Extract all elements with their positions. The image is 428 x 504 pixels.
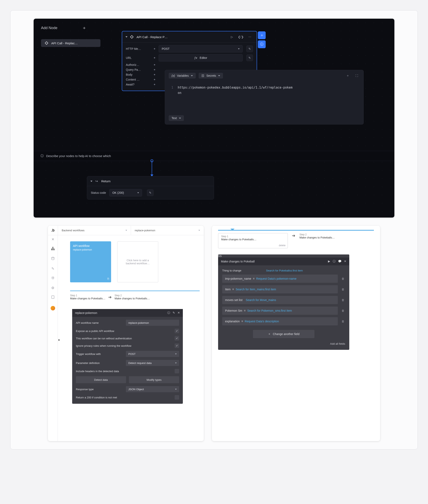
field-value[interactable]: Search for Move_mains [246,298,276,302]
comment-icon[interactable]: ✎ [173,311,175,315]
sidebar-workflow-icon[interactable] [51,247,55,252]
workflow-name-input[interactable]: replace-pokemon [126,320,179,326]
wized-editor-card: Add Node ＋ API Call - Replac… API Call -… [34,19,394,218]
edit-icon[interactable]: ✎ [246,55,253,61]
step-title: Make changes to Pokeballs… [221,238,285,241]
wized-canvas[interactable]: Add Node ＋ API Call - Replac… API Call -… [34,19,394,218]
return200-checkbox[interactable] [175,395,179,400]
sidebar-data-icon[interactable] [51,257,55,261]
trash-icon[interactable]: 🗑 [341,298,344,302]
field-name: Item [225,288,230,291]
mode-select[interactable]: Text [169,115,184,121]
magic-wand-icon[interactable]: ✧ [345,73,351,79]
ai-sparkle-icon[interactable]: ✦ [153,63,156,66]
play-icon[interactable]: ▶ [328,260,330,263]
field-op: = [232,288,234,291]
field-row[interactable]: moves set list Search for Move_mains [222,296,338,304]
bubble-canvas[interactable]: API workflow replace-pokemon ⎘ Click her… [58,235,204,441]
field-row[interactable]: explanation = Request Data's description [222,317,338,325]
trigger-select[interactable]: POST [126,351,179,357]
ai-sparkle-icon[interactable]: ✦ [153,68,156,71]
step-card[interactable]: Step 2 Make changes to Pokeballs… [115,294,150,300]
trash-icon[interactable]: 🗑 [341,309,344,312]
delete-link[interactable]: delete [279,244,286,247]
node-editor-header: API Call - Replace P… ▷ ❮/❯ ⋯ [122,31,257,43]
magic-wand-icon[interactable]: ✧ [258,31,266,39]
step-card[interactable]: Step 2 Make changes to Pokeballs… [299,233,335,239]
field-url: URL ✦ ƒx Editor ✎ [122,53,257,62]
comment-icon[interactable]: 💬 [338,260,341,263]
info-icon[interactable]: ⓘ [167,311,170,315]
fullscreen-icon[interactable]: ⛶ [354,73,360,79]
field-value[interactable]: Search for Pokemon_sms:first item [247,309,292,312]
add-workflow-tile[interactable]: Click here to add a backend workflow… [117,241,158,282]
action-properties-panel: SS Make changes to Pokeball ▶ ⓘ 💬 ✕ Thin… [218,255,349,350]
variables-chip[interactable]: (x) Variables [169,73,196,79]
step-card-selected[interactable]: Step 1 Make changes to Pokeballs… delete [218,233,288,248]
field-row[interactable]: Pokemon Sm = Search for Pokemon_sms:firs… [222,306,338,315]
noauth-checkbox[interactable]: ✓ [175,336,179,341]
field-row[interactable]: Item = Search for Item_mains:first item [222,285,338,293]
field-value[interactable]: Search for Item_mains:first item [236,288,276,291]
collapse-icon[interactable] [91,181,92,182]
ignore-checkbox[interactable]: ✓ [175,343,179,348]
step-card[interactable]: Step 1 Make changes to Pokeballs… [70,294,105,300]
close-icon[interactable]: ✕ [178,311,180,315]
close-icon[interactable]: ✕ [344,260,346,263]
response-type-select[interactable]: JSON Object [126,386,179,392]
include-headers-checkbox[interactable] [175,369,179,373]
code-textarea[interactable]: 1 https://pokemon-pokedex.bubbleapps.io/… [165,81,363,124]
collapse-icon[interactable] [125,36,127,38]
workflow-select[interactable]: replace-pokemon [131,226,204,235]
sidebar-styles-icon[interactable]: ✎ [51,266,54,271]
copy-icon[interactable]: ⎘ [107,277,109,280]
ai-sparkle-icon[interactable]: ✦ [153,56,156,59]
add-node-plus-icon[interactable]: ＋ [82,25,87,31]
svg-rect-5 [52,296,54,298]
status-code-select[interactable]: OK (200) [109,189,142,197]
avatar[interactable] [51,306,55,310]
return-icon: ↩ [95,179,98,183]
info-icon[interactable]: ⓘ [333,260,336,263]
modify-types-button[interactable]: Modify types [129,376,179,383]
change-another-field-button[interactable]: ＋ Change another field [253,330,314,338]
expose-checkbox[interactable]: ✓ [175,329,179,333]
trash-icon[interactable]: 🗑 [341,277,344,280]
trash-icon[interactable]: 🗑 [341,320,344,323]
secrets-chip[interactable]: ⚿ Secrets [199,73,223,79]
workflow-tile[interactable]: API workflow replace-pokemon ⎘ [70,241,111,282]
info-icon[interactable]: ⓘ [258,40,266,48]
play-icon[interactable]: ▷ [229,34,235,40]
trash-icon[interactable]: 🗑 [341,288,344,291]
http-method-select[interactable]: POST [159,45,243,52]
page-select[interactable]: Backend workflows [58,226,131,235]
bubble-step-canvas[interactable]: Step 1 Make changes to Pokeballs… delete… [212,226,380,441]
sidebar-logs-icon[interactable] [51,296,54,300]
sidebar-settings-icon[interactable]: ⚙ [51,286,54,290]
sidebar-plugins-icon[interactable] [51,276,55,281]
edit-icon[interactable]: ✎ [246,46,253,52]
ai-sparkle-icon[interactable]: ✦ [153,83,156,86]
ai-sparkle-icon[interactable]: ✦ [153,73,156,76]
url-editor-button[interactable]: ƒx Editor [159,54,243,61]
field-row[interactable]: imp-pokemon_name = Request Data's pokemo… [222,274,338,283]
field-value[interactable]: Request Data's description [245,320,279,323]
thing-value[interactable]: Search for Pokeballss:first item [266,269,303,272]
bubble-logo-icon[interactable]: .b [48,228,58,232]
edit-icon[interactable]: ✎ [147,190,154,196]
detect-data-button[interactable]: Detect data [76,376,126,383]
code-editor-panel: (x) Variables ⚿ Secrets ✧ ⛶ 1 [165,70,364,124]
ai-sparkle-icon[interactable]: ✦ [153,78,156,81]
ai-sparkle-icon[interactable]: ✦ [153,47,156,50]
key-icon: ⚿ [201,74,204,77]
more-icon[interactable]: ⋯ [247,34,253,40]
code-icon[interactable]: ❮/❯ [238,34,244,40]
expand-chevron-icon[interactable]: ▶ [58,337,61,343]
add-all-fields-link[interactable]: Add all fields [222,342,345,345]
sidebar-design-icon[interactable]: ✕ [51,237,54,241]
node-list-item[interactable]: API Call - Replac… [41,39,100,47]
param-def-select[interactable]: Detect request data [126,360,179,366]
field-value[interactable]: Request Data's pokemon-name [256,277,296,280]
panel-title: Make changes to Pokeball [221,260,255,263]
response-type-value: JSON Object [128,388,144,391]
